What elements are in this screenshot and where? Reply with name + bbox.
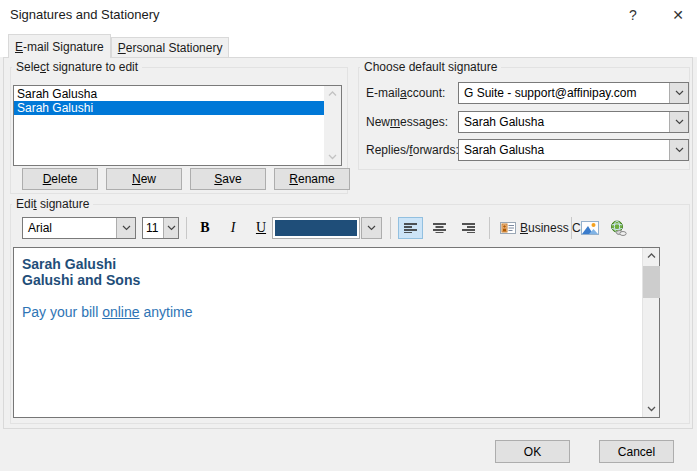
scroll-down-icon[interactable] xyxy=(643,401,660,417)
tab-personal-stationery-label: Personal Stationery xyxy=(118,41,223,55)
chevron-down-icon xyxy=(367,225,376,231)
font-color-swatch xyxy=(275,220,357,236)
close-icon: ✕ xyxy=(672,7,684,23)
align-center-button[interactable] xyxy=(427,217,452,239)
italic-label: I xyxy=(231,220,236,236)
new-button-label: New xyxy=(132,172,156,186)
email-account-value: G Suite - support@affinipay.com xyxy=(459,83,669,103)
scrollbar-track[interactable] xyxy=(643,264,660,401)
pay-text: Pay your bill xyxy=(22,304,102,320)
group-edit-signature-label: Edit signature xyxy=(12,197,93,211)
chevron-down-icon[interactable] xyxy=(116,218,135,238)
scrollbar-thumb[interactable] xyxy=(643,266,660,298)
email-account-label: E-mail account: xyxy=(366,85,445,101)
insert-image-button[interactable] xyxy=(578,217,602,239)
rename-button[interactable]: Rename xyxy=(274,168,350,190)
scroll-up-icon[interactable] xyxy=(643,248,660,264)
image-icon xyxy=(581,221,599,235)
list-item[interactable]: Sarah Galusha xyxy=(14,87,324,101)
toolbar-divider xyxy=(186,217,187,239)
list-item-selected[interactable]: Sarah Galushi xyxy=(14,101,324,115)
signature-line-name: Sarah Galushi xyxy=(22,256,642,272)
chevron-down-icon[interactable] xyxy=(669,112,688,132)
align-left-button[interactable] xyxy=(398,217,423,239)
close-button[interactable]: ✕ xyxy=(663,4,693,26)
delete-button-label: Delete xyxy=(43,172,78,186)
font-color-select[interactable] xyxy=(272,217,360,239)
signature-list-scrollbar[interactable] xyxy=(324,86,341,165)
business-card-icon xyxy=(500,222,516,234)
align-left-icon xyxy=(404,223,417,233)
new-messages-label: New messages: xyxy=(366,114,448,130)
ok-button[interactable]: OK xyxy=(495,440,570,463)
font-select-value: Arial xyxy=(23,218,116,238)
signature-blank-line xyxy=(22,288,642,304)
tab-strip: E-mail Signature Personal Stationery xyxy=(8,34,229,58)
help-icon: ? xyxy=(629,7,637,23)
insert-hyperlink-button[interactable] xyxy=(606,217,630,239)
signature-list[interactable]: Sarah Galusha Sarah Galushi xyxy=(13,85,342,166)
online-link[interactable]: online xyxy=(102,304,139,320)
delete-button[interactable]: Delete xyxy=(22,168,98,190)
signature-editor-content: Sarah Galushi Galushi and Sons Pay your … xyxy=(14,248,642,417)
underline-label: U xyxy=(256,220,266,236)
replies-forwards-value: Sarah Galusha xyxy=(459,140,669,160)
align-right-button[interactable] xyxy=(456,217,481,239)
signature-editor[interactable]: Sarah Galushi Galushi and Sons Pay your … xyxy=(13,247,660,418)
editor-scrollbar[interactable] xyxy=(642,248,659,417)
scrollbar-track[interactable] xyxy=(324,102,341,149)
italic-button[interactable]: I xyxy=(220,217,246,239)
font-size-select[interactable]: 11 xyxy=(142,217,179,239)
bold-button[interactable]: B xyxy=(192,217,218,239)
tab-email-signature[interactable]: E-mail Signature xyxy=(8,34,111,58)
chevron-down-icon[interactable] xyxy=(163,218,178,238)
save-button[interactable]: Save xyxy=(190,168,266,190)
align-center-icon xyxy=(433,223,446,233)
scroll-down-icon[interactable] xyxy=(324,149,341,165)
ok-button-label: OK xyxy=(524,445,541,459)
tab-personal-stationery[interactable]: Personal Stationery xyxy=(111,37,230,58)
signatures-and-stationery-dialog: Signatures and Stationery ? ✕ E-mail Sig… xyxy=(0,0,697,471)
tab-email-signature-label: E-mail Signature xyxy=(15,40,104,54)
replies-forwards-label: Replies/forwards: xyxy=(366,142,459,158)
group-default-signature-label: Choose default signature xyxy=(360,60,501,74)
underline-button[interactable]: U xyxy=(248,217,274,239)
signature-line-company: Galushi and Sons xyxy=(22,272,642,288)
cancel-button-label: Cancel xyxy=(618,445,655,459)
bold-label: B xyxy=(200,220,209,236)
anytime-text: anytime xyxy=(140,304,193,320)
font-color-dropdown-button[interactable] xyxy=(361,217,382,239)
signature-line-pay: Pay your bill online anytime xyxy=(22,304,642,320)
new-button[interactable]: New xyxy=(106,168,182,190)
scroll-up-icon[interactable] xyxy=(324,86,341,102)
new-messages-select[interactable]: Sarah Galusha xyxy=(458,111,689,133)
email-account-select[interactable]: G Suite - support@affinipay.com xyxy=(458,82,689,104)
toolbar-divider xyxy=(390,217,391,239)
toolbar-divider xyxy=(489,217,490,239)
group-select-signature-label: Select signature to edit xyxy=(12,60,142,74)
signature-list-items: Sarah Galusha Sarah Galushi xyxy=(14,86,324,165)
align-right-icon xyxy=(462,223,475,233)
chevron-down-icon[interactable] xyxy=(669,140,688,160)
help-button[interactable]: ? xyxy=(618,4,648,26)
rename-button-label: Rename xyxy=(289,172,334,186)
new-messages-value: Sarah Galusha xyxy=(459,112,669,132)
hyperlink-globe-icon xyxy=(609,220,627,236)
font-select[interactable]: Arial xyxy=(22,217,136,239)
replies-forwards-select[interactable]: Sarah Galusha xyxy=(458,139,689,161)
dialog-title: Signatures and Stationery xyxy=(10,7,160,22)
font-size-value: 11 xyxy=(143,218,163,238)
chevron-down-icon[interactable] xyxy=(669,83,688,103)
toolbar-divider xyxy=(571,217,572,239)
cancel-button[interactable]: Cancel xyxy=(599,440,674,463)
save-button-label: Save xyxy=(214,172,241,186)
